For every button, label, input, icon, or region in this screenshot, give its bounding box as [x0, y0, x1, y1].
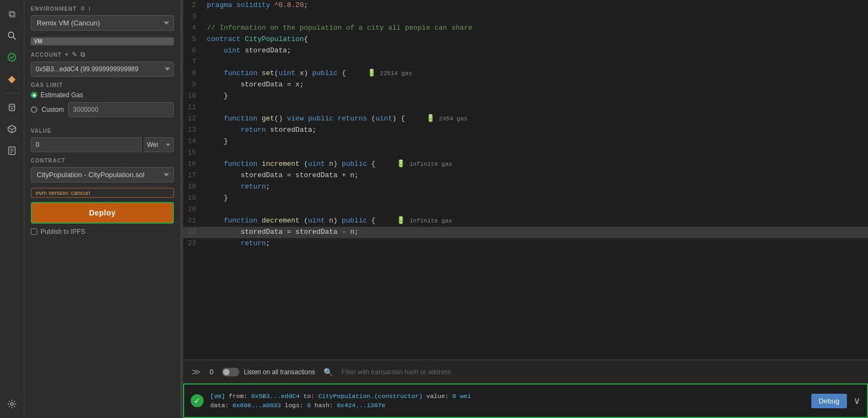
account-row: ACCOUNT + ✎ ⧉	[31, 51, 174, 58]
line-number: 19	[183, 193, 203, 204]
code-line: }	[203, 136, 868, 147]
value-section: VALUE Wei Gwei Ether	[31, 128, 174, 152]
listen-toggle[interactable]	[222, 368, 239, 376]
code-line: }	[203, 193, 868, 204]
code-line: storedData = x;	[203, 79, 868, 91]
line-number: 18	[183, 181, 203, 193]
code-line: function set(uint x) public { 🔋 22514 ga…	[203, 68, 868, 79]
gas-limit-label: GAS LIMIT	[31, 82, 174, 88]
table-row: 8 function set(uint x) public { 🔋 22514 …	[183, 68, 868, 79]
separator	[4, 93, 20, 93]
code-line	[203, 147, 868, 159]
table-row: 21 function decrement (uint n) public { …	[183, 215, 868, 227]
line-number: 2	[183, 0, 203, 11]
estimated-gas-radio[interactable]	[31, 92, 37, 98]
filter-input[interactable]	[341, 368, 859, 376]
console-text: [vm] from: 0x5B3...eddC4 to: CityPopulat…	[210, 392, 805, 410]
deploy-panel: ENVIRONMENT i Remix VM (Cancun) VM ACCOU…	[24, 0, 181, 418]
table-row: 18 return;	[183, 181, 868, 193]
line-number: 20	[183, 204, 203, 215]
code-line: return;	[203, 181, 868, 193]
line-number: 10	[183, 91, 203, 102]
transaction-count: 0	[210, 368, 213, 376]
line-number: 16	[183, 159, 203, 170]
line-number: 6	[183, 45, 203, 57]
line-number: 21	[183, 215, 203, 227]
line-number: 9	[183, 79, 203, 91]
code-line: // Information on the population of a ci…	[203, 23, 868, 34]
code-line: function increment (uint n) public { 🔋 i…	[203, 159, 868, 170]
add-account-icon[interactable]: +	[65, 51, 69, 58]
radio-dot-inner	[33, 94, 36, 97]
table-row: 23 return;	[183, 238, 868, 250]
estimated-gas-label: Estimated Gas	[41, 91, 83, 99]
line-number: 17	[183, 170, 203, 181]
copy-account-icon[interactable]: ⧉	[80, 51, 85, 58]
contract-label: CONTRACT	[31, 158, 174, 164]
console-expand-chevron[interactable]: ∨	[853, 395, 860, 407]
code-line: contract CityPopulation{	[203, 34, 868, 45]
contract-section: CONTRACT CityPopulation - CityPopulation…	[31, 158, 174, 183]
table-row: 17 storedData = storedData + n;	[183, 170, 868, 181]
table-row: 5 contract CityPopulation{	[183, 34, 868, 45]
table-row: 7	[183, 57, 868, 68]
debug-icon[interactable]	[2, 98, 22, 117]
package-icon[interactable]	[2, 119, 22, 139]
publish-checkbox[interactable]	[31, 228, 37, 235]
unit-select[interactable]: Wei Gwei Ether	[144, 137, 174, 152]
environment-select[interactable]: Remix VM (Cancun)	[31, 15, 174, 31]
svg-point-5	[11, 108, 13, 110]
publish-label: Publish to IPFS	[41, 228, 85, 235]
line-number: 23	[183, 238, 203, 250]
svg-line-1	[14, 37, 16, 39]
docs-icon[interactable]	[2, 141, 22, 160]
value-label: VALUE	[31, 128, 174, 134]
svg-line-8	[12, 127, 16, 130]
svg-rect-3	[9, 104, 15, 111]
console-success-icon: ✓	[191, 394, 204, 407]
line-number: 14	[183, 136, 203, 147]
code-container[interactable]: 2 pragma solidity ^0.8.20; 3 4 // Inform…	[183, 0, 868, 360]
line-number: 15	[183, 147, 203, 159]
search-icon[interactable]	[2, 26, 22, 45]
code-line: pragma solidity ^0.8.20;	[203, 0, 868, 11]
main-area: 2 pragma solidity ^0.8.20; 3 4 // Inform…	[183, 0, 868, 418]
custom-gas-radio[interactable]	[31, 106, 37, 113]
filter-search-icon: 🔍	[324, 368, 333, 376]
estimated-gas-row[interactable]: Estimated Gas	[31, 91, 174, 99]
deploy-button[interactable]: Deploy	[31, 202, 174, 224]
code-line: return storedData;	[203, 125, 868, 136]
table-row: 15	[183, 147, 868, 159]
line-number: 13	[183, 125, 203, 136]
gas-limit-section: GAS LIMIT Estimated Gas Custom	[31, 82, 174, 123]
account-input[interactable]	[31, 62, 174, 77]
table-row: 19 }	[183, 193, 868, 204]
contract-select[interactable]: CityPopulation - CityPopulation.sol	[31, 167, 174, 183]
table-row: 22 storedData = storedData - n;	[183, 227, 868, 238]
line-number: 11	[183, 102, 203, 113]
account-label: ACCOUNT	[31, 52, 62, 58]
table-row: 20	[183, 204, 868, 215]
code-line	[203, 102, 868, 113]
expand-chevron[interactable]: ≫	[192, 367, 201, 377]
code-line: storedData = storedData + n;	[203, 170, 868, 181]
icon-bar: ⧉ ◆	[0, 0, 24, 418]
settings-icon[interactable]	[2, 394, 22, 414]
code-line: storedData = storedData - n;	[203, 227, 868, 238]
table-row: 12 function get() view public returns (u…	[183, 113, 868, 125]
value-input[interactable]	[31, 137, 142, 152]
publish-row: Publish to IPFS	[31, 228, 174, 235]
edit-account-icon[interactable]: ✎	[72, 51, 77, 58]
evm-version-label: evm version: cancun	[31, 188, 174, 198]
console-area: ✓ [vm] from: 0x5B3...eddC4 to: CityPopul…	[183, 383, 868, 418]
plugin-icon[interactable]	[2, 48, 22, 67]
line-number: 12	[183, 113, 203, 125]
line-number: 22	[183, 227, 203, 238]
custom-gas-input[interactable]	[68, 102, 174, 117]
table-row: 3	[183, 11, 868, 23]
debug-button[interactable]: Debug	[811, 394, 847, 408]
files-icon[interactable]: ⧉	[2, 4, 22, 24]
svg-line-7	[8, 127, 12, 130]
table-row: 9 storedData = x;	[183, 79, 868, 91]
diamond-icon[interactable]: ◆	[2, 69, 22, 89]
